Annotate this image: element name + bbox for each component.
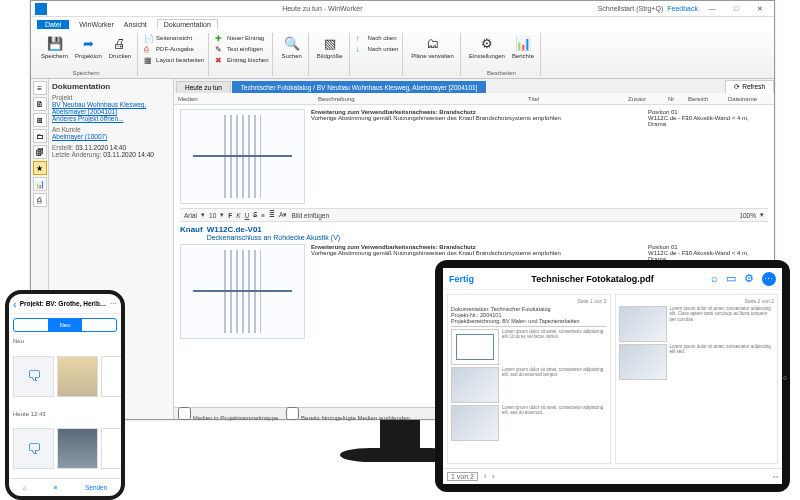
pdf-page-1[interactable]: Seite 1 von 2 Dokumentation: Technischer… [447,294,611,464]
side-item-8[interactable]: ⎙ [33,193,47,207]
home-tab[interactable]: ⌂ [23,484,27,491]
segmented-control[interactable]: Neu [13,318,117,332]
entry-row[interactable]: Erweiterung zum Verwendbarkeitsnachweis:… [180,109,768,204]
insert-image-button[interactable]: Bild einfügen [291,212,329,219]
send-button[interactable]: Senden [85,484,107,491]
column-header: Medien Beschreibung Titel Zusatz Nr Bere… [174,93,774,105]
page-indicator[interactable]: 1 von 2 [447,472,478,481]
next-page[interactable]: › [492,473,494,480]
seg-new[interactable]: Neu [48,319,82,331]
zoom-level[interactable]: 100% [739,212,756,219]
menu-bar: Datei WinWorker Ansicht Dokumentation [31,17,774,31]
side-item-6[interactable]: ★ [33,161,47,175]
report-icon: 📊 [514,34,532,52]
reports-button[interactable]: 📊Berichte [510,33,536,60]
print-button[interactable]: 🖨Drucken [107,33,133,60]
delete-entry-button[interactable]: ✖Eintrag löschen [215,55,268,65]
media-thumb[interactable] [101,356,121,397]
phone-device: ‹ Projekt: BV: Grothe, Heribert - Sanie.… [5,290,125,500]
share-icon: ➦ [79,34,97,52]
strike-button[interactable]: S̶ [253,211,257,219]
chk-hide-added[interactable]: Bereits hinzugefügte Medien ausblenden [286,407,409,421]
photo-thumb [619,344,667,380]
window-title: Heute zu tun - WinWorker [47,5,598,12]
layout-edit-button[interactable]: ▦Layout bearbeiten [144,55,204,65]
photo-thumb [619,306,667,342]
plans-button[interactable]: 🗂Pläne verwalten [409,33,456,60]
pdf-export-button[interactable]: ⎙PDF-Ausgabe [144,44,204,54]
open-other-project[interactable]: Anderes Projekt öffnen... [52,115,170,122]
side-item-2[interactable]: 🗎 [33,97,47,111]
align-center[interactable]: ≣ [269,211,275,219]
align-left[interactable]: ≡ [261,212,265,219]
media-thumb[interactable] [57,428,98,469]
side-item-4[interactable]: 🗀 [33,129,47,143]
home-button[interactable] [783,376,787,380]
search-button[interactable]: 🔍Suchen [279,33,303,60]
refresh-button[interactable]: ⟳ Refresh [725,80,774,93]
side-item-5[interactable]: 🗐 [33,145,47,159]
entry-thumbnail[interactable] [180,244,305,339]
up-icon: ↑ [356,33,366,43]
plus-icon: ✚ [215,33,225,43]
title-bar: Heute zu tun - WinWorker Schnellstart (S… [31,1,774,17]
voice-note[interactable]: 🗨 [13,356,54,397]
back-button[interactable]: ‹ [13,298,17,310]
underline-button[interactable]: U [245,212,250,219]
side-item-1[interactable]: ≡ [33,81,47,95]
settings-button[interactable]: ⚙Einstellungen [467,33,507,60]
page-view-button[interactable]: 📄Seitenansicht [144,33,204,43]
menu-ansicht[interactable]: Ansicht [124,21,147,28]
size-select[interactable]: 10 [209,212,216,219]
settings-icon[interactable]: ⚙ [744,272,754,286]
save-icon: 💾 [46,34,64,52]
bookmark-icon[interactable]: ▭ [726,272,736,286]
project-link[interactable]: BV Neubau Wohnhaus Kiesweg, Abelsmayer [… [52,101,170,115]
voice-note[interactable]: 🗨 [13,428,54,469]
seg-all[interactable] [14,319,48,331]
list-tab[interactable]: ≡ [54,484,58,491]
pdf-page-2[interactable]: Seite 2 von 2 Lorem ipsum dolor sit amet… [615,294,779,464]
search-icon: 🔍 [283,34,301,52]
menu-dokumentation[interactable]: Dokumentation [157,19,218,29]
projection-button[interactable]: ➦Projektion [73,33,104,60]
save-button[interactable]: 💾Speichern [39,33,70,60]
insert-text-button[interactable]: ✎Text einfügen [215,44,268,54]
seg-other[interactable] [82,319,116,331]
media-thumb[interactable] [101,428,121,469]
tablet-header: Fertig Technischer Fotokatalog.pdf ⌕ ▭ ⚙… [443,268,782,290]
font-select[interactable]: Arial [184,212,197,219]
customer-link[interactable]: Abelmayer (10007) [52,133,170,140]
menu-icon[interactable]: ⋯ [762,272,776,286]
side-item-3[interactable]: 🗉 [33,113,47,127]
phone-header: ‹ Projekt: BV: Grothe, Heribert - Sanie.… [9,294,121,314]
italic-button[interactable]: K [236,212,240,219]
quick-search[interactable]: Schnellstart (Strg+Q) [598,5,664,12]
photo-thumb [451,367,499,403]
more-icon[interactable]: ⋯ [110,300,117,308]
feedback-link[interactable]: Feedback [667,5,698,12]
close-button[interactable]: ✕ [750,5,770,13]
prev-page[interactable]: ‹ [484,473,486,480]
doc-tabs: Heute zu tun Technischer Fotokatalog / B… [174,79,774,93]
move-up-button[interactable]: ↑Nach oben [356,33,399,43]
search-icon[interactable]: ⌕ [711,272,718,286]
side-item-7[interactable]: 📊 [33,177,47,191]
move-down-button[interactable]: ↓Nach unten [356,44,399,54]
done-button[interactable]: Fertig [449,274,474,284]
media-thumb[interactable] [57,356,98,397]
phone-screen: ‹ Projekt: BV: Grothe, Heribert - Sanie.… [9,294,121,496]
new-entry-button[interactable]: ✚Neuer Eintrag [215,33,268,43]
tab-catalog[interactable]: Technischer Fotokatalog / BV Neubau Wohn… [232,81,487,93]
image-size-button[interactable]: ▧Bildgröße [315,33,345,60]
menu-datei[interactable]: Datei [37,20,69,29]
entry-thumbnail[interactable] [180,109,305,204]
maximize-button[interactable]: □ [726,5,746,12]
minimize-button[interactable]: — [702,5,722,12]
tab-today[interactable]: Heute zu tun [176,81,231,93]
color-button[interactable]: A▾ [279,211,287,219]
chk-collection[interactable]: Medien in Projektsammelmappe [178,407,278,421]
bold-button[interactable]: F [228,212,232,219]
view-mode[interactable]: ▫▫ [773,473,778,480]
menu-winworker[interactable]: WinWorker [79,21,113,28]
